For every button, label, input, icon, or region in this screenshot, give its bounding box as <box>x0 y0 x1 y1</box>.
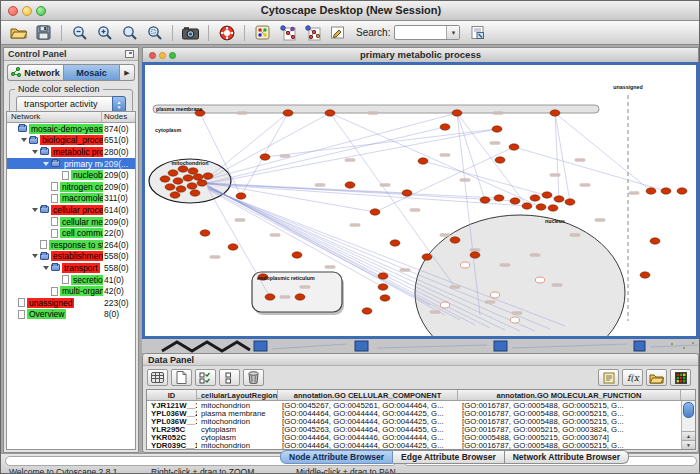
node-label <box>470 248 481 252</box>
import-table-icon[interactable] <box>646 369 667 386</box>
label-page-icon[interactable] <box>598 369 619 386</box>
annotate-icon[interactable] <box>325 22 350 43</box>
tree-row-nitrogen-compo[interactable]: nitrogen compo209(0) <box>7 181 135 193</box>
color-matrix-icon[interactable] <box>670 369 691 386</box>
network-canvas[interactable]: plasma membranecytoplasmmitochondrionnuc… <box>142 62 699 339</box>
node-label <box>490 141 501 145</box>
graph-edge <box>205 183 515 201</box>
node-label <box>300 285 311 289</box>
graph-node <box>550 110 560 116</box>
nodes-column-header[interactable]: Nodes <box>102 112 135 122</box>
tree-row-cellular-metabo[interactable]: cellular metabo209(0) <box>7 216 135 228</box>
graph-edge <box>203 113 330 182</box>
vizmapper-icon[interactable] <box>250 22 275 43</box>
tree-row-transport[interactable]: transport558(0) <box>7 262 135 274</box>
help-icon[interactable] <box>214 22 239 43</box>
attribute-table: ID_cellularLayoutRegionannotation.GO CEL… <box>146 389 696 450</box>
graph-node <box>494 195 504 201</box>
tree-row-label: macromolecule <box>60 193 103 203</box>
open-icon[interactable] <box>6 22 31 43</box>
expand-arrow-icon[interactable] <box>21 138 27 142</box>
attribute-grid-icon[interactable] <box>147 369 168 386</box>
tree-row-primary-metabo[interactable]: primary metabo209(... <box>7 158 135 170</box>
network-tree-header: Network Nodes <box>7 112 135 123</box>
node-label <box>345 158 356 162</box>
float-panel-icon[interactable] <box>125 50 134 58</box>
unselect-attributes-icon[interactable] <box>219 369 240 386</box>
tree-row-cellular-process[interactable]: cellular process614(0) <box>7 204 135 216</box>
graph-node <box>362 308 372 314</box>
tree-row-label: nucleobase- <box>71 170 103 180</box>
zoom-out-icon[interactable] <box>67 22 92 43</box>
tree-row-mosaic-demo-yeast[interactable]: mosaic-demo-yeast874(0) <box>7 123 135 135</box>
new-attribute-icon[interactable] <box>171 369 192 386</box>
tree-row-overview[interactable]: Overview8(0) <box>7 309 135 321</box>
delete-attribute-icon[interactable] <box>243 369 264 386</box>
attribute-toolbar-right: f(x) <box>598 369 694 386</box>
tab-network[interactable]: Network <box>7 64 63 81</box>
node-label <box>380 183 391 187</box>
search-label: Search: <box>356 27 390 38</box>
scroll-up-button[interactable]: ▲ <box>682 431 695 440</box>
graph-node <box>178 166 188 172</box>
tree-row-metabolic-process[interactable]: metabolic process280(0) <box>7 146 135 158</box>
tree-row-establishment-of-lo[interactable]: establishment of lo558(0) <box>7 251 135 263</box>
network-tab-icon <box>11 67 21 79</box>
tree-row-biological-process[interactable]: biological_process651(0) <box>7 135 135 147</box>
expand-arrow-icon[interactable] <box>43 266 49 270</box>
expand-arrow-icon[interactable] <box>32 150 38 154</box>
control-panel-header: Control Panel <box>4 48 138 61</box>
tree-row-node-count: 8(0) <box>104 309 135 321</box>
expand-arrow-icon[interactable] <box>32 254 38 258</box>
advanced-search-icon[interactable] <box>465 22 490 43</box>
layout-edges-icon[interactable] <box>300 22 325 43</box>
expand-arrow-icon[interactable] <box>32 208 38 212</box>
tree-row-label: primary metabo <box>62 159 103 169</box>
save-icon[interactable] <box>31 22 56 43</box>
zoom-selected-icon[interactable] <box>142 22 167 43</box>
table-scrollbar[interactable]: ▲ ▼ <box>681 401 695 449</box>
column-header-2[interactable]: annotation.GO CELLULAR_COMPONENT <box>278 390 458 400</box>
function-builder-icon[interactable]: f(x) <box>622 369 643 386</box>
search-dropdown-button[interactable]: ▼ <box>446 26 459 39</box>
column-header-3[interactable]: annotation.GO MOLECULAR_FUNCTION <box>458 390 681 400</box>
scroll-down-button[interactable]: ▼ <box>682 440 695 449</box>
unassigned-label: unassigned <box>613 84 642 90</box>
select-attributes-icon[interactable] <box>195 369 216 386</box>
tree-row-node-count: 614(0) <box>104 204 135 216</box>
tree-row-nucleobase-[interactable]: nucleobase-209(0) <box>7 169 135 181</box>
network-window-titlebar[interactable]: primary metabolic process <box>142 47 699 62</box>
scrollbar-thumb[interactable] <box>683 402 694 418</box>
node-label <box>530 253 541 257</box>
column-header-1[interactable]: _cellularLayoutRegion <box>197 390 278 400</box>
tree-row-response-to-stimulu[interactable]: response to stimulu264(0) <box>7 239 135 251</box>
tab-overflow-button[interactable]: ▶ <box>120 64 135 81</box>
tab-network-attribute-browser[interactable]: Network Attribute Browser <box>505 450 629 464</box>
graph-node <box>197 180 207 186</box>
tab-node-attribute-browser[interactable]: Node Attribute Browser <box>280 450 393 464</box>
tree-row-unassigned[interactable]: unassigned223(0) <box>7 297 135 309</box>
network-graph[interactable]: plasma membranecytoplasmmitochondrionnuc… <box>145 65 696 336</box>
graph-edge <box>555 113 651 191</box>
zoom-in-icon[interactable] <box>92 22 117 43</box>
tree-row-macromolecule[interactable]: macromolecule311(0) <box>7 193 135 205</box>
column-header-0[interactable]: ID <box>147 390 197 400</box>
node-color-selection-legend: Node color selection <box>15 84 103 94</box>
tree-row-cell-communicat[interactable]: cell communicat22(0) <box>7 227 135 239</box>
tab-mosaic[interactable]: Mosaic <box>63 64 120 81</box>
zoom-fit-icon[interactable] <box>117 22 142 43</box>
expand-arrow-icon[interactable] <box>43 162 49 166</box>
tab-edge-attribute-browser[interactable]: Edge Attribute Browser <box>393 450 505 464</box>
search-input[interactable]: ▼ <box>394 25 460 40</box>
tree-row-secretion[interactable]: secretion41(0) <box>7 274 135 286</box>
layout-nodes-icon[interactable] <box>275 22 300 43</box>
tree-row-node-count: 41(0) <box>104 274 135 286</box>
snapshot-icon[interactable] <box>178 22 203 43</box>
tree-row-node-count: 558(0) <box>104 251 135 263</box>
graph-node <box>418 158 428 164</box>
folder-icon <box>51 160 60 167</box>
folder-icon <box>40 206 49 213</box>
tree-row-multi-organism-pro[interactable]: multi-organism pro42(0) <box>7 285 135 297</box>
network-column-header[interactable]: Network <box>7 112 102 122</box>
table-row[interactable]: YDR039C__1mitochondrion[GO:0044464, GO:0… <box>147 441 695 449</box>
